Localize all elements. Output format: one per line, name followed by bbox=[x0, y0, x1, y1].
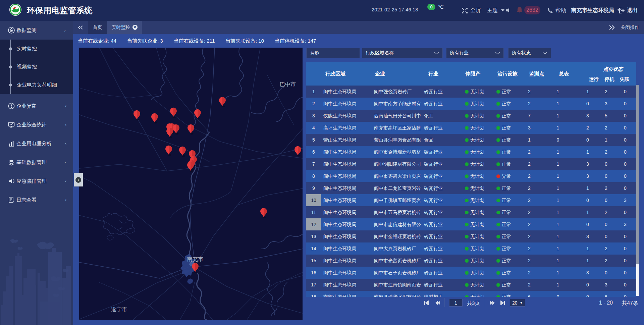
sidebar-group-5[interactable]: 应急减排管理‹ bbox=[0, 172, 73, 191]
status-dot-icon bbox=[465, 126, 469, 130]
theme-menu[interactable]: 主题 bbox=[487, 0, 504, 21]
tab-home[interactable]: 首页 bbox=[88, 21, 107, 34]
table-row-8[interactable]: 8阆中生态环境局阆中市枣碧大梁山页岩砖瓦行业无计划异常21300 bbox=[306, 170, 636, 182]
cell-running: 1 bbox=[577, 86, 598, 98]
map-city-label: 南充市 bbox=[187, 256, 203, 262]
sidebar-group-6[interactable]: 日志查看‹ bbox=[0, 191, 73, 209]
col-header-company[interactable]: 企业 bbox=[355, 62, 405, 86]
first-page-button[interactable] bbox=[424, 301, 429, 305]
cell-company: 阆中千佛镇五郎垭页岩 bbox=[372, 194, 423, 206]
table-row-3[interactable]: 3仪陇生态环境局西南油气田分公司川中化工无计划正常71350 bbox=[306, 110, 636, 122]
col-header-meters[interactable]: 总表 bbox=[551, 62, 576, 86]
help-button[interactable]: 帮助 bbox=[547, 0, 566, 21]
table-row-1[interactable]: 1阆中生态环境局阆中强锐页岩砖厂砖瓦行业无计划正常21120 bbox=[306, 86, 636, 98]
sidebar-item-企业电力负荷明细[interactable]: 企业电力负荷明细 bbox=[0, 76, 73, 94]
cell-row-number: 15 bbox=[306, 255, 321, 267]
sidebar-group-4[interactable]: 基础数据管理‹ bbox=[0, 153, 73, 172]
cell-industry: 砖瓦行业 bbox=[423, 242, 461, 255]
cell-facility-status: 正常 bbox=[492, 255, 520, 267]
table-row-13[interactable]: 13阆中生态环境局阆中市金福旺页岩机砖砖瓦行业无计划正常21300 bbox=[306, 230, 636, 242]
cell-company: 南充市高坪区王家店建 bbox=[372, 122, 423, 134]
table-row-10[interactable]: 10阆中生态环境局阆中千佛镇五郎垭页岩砖瓦行业无计划正常21003 bbox=[306, 194, 636, 206]
status-select[interactable]: 所有状态 bbox=[508, 48, 551, 58]
header-datetime: 2021-02-25 17:46:18 bbox=[372, 7, 418, 12]
cell-company: 阆中明阳建材有限公司 bbox=[372, 158, 423, 170]
fullscreen-icon bbox=[462, 7, 468, 14]
cell-region: 阆中生态环境局 bbox=[321, 146, 372, 158]
table-row-15[interactable]: 15阆中生态环境局阆中市光富页岩机砖厂砖瓦行业无计划正常21120 bbox=[306, 255, 636, 267]
stat-3: 当前失联设备: 10 bbox=[225, 34, 264, 48]
map-canvas[interactable]: 巴中市南充市遂宁市 bbox=[79, 48, 303, 320]
gauge-icon bbox=[8, 27, 15, 34]
table-row-16[interactable]: 16阆中生态环境局阆中市石子页岩机砖厂砖瓦行业无计划正常21300 bbox=[306, 267, 636, 279]
mute-speaker-icon[interactable] bbox=[506, 8, 512, 13]
status-dot-icon bbox=[496, 138, 500, 142]
cell-lost: 0 bbox=[614, 146, 636, 158]
cell-company: 阆中市忠信建材有限公 bbox=[372, 218, 423, 230]
prev-page-button[interactable] bbox=[435, 301, 440, 305]
org-menu[interactable]: 南充市生态环境局 bbox=[571, 0, 621, 21]
page-number-input[interactable] bbox=[449, 299, 463, 307]
cell-meters: 1 bbox=[539, 146, 577, 158]
table-row-18[interactable]: 18南部生态环境局南部县瑞华水泥有限公建材加工无计划正常60060 bbox=[306, 291, 636, 297]
table-header: 行政区域企业行业停限产治污设施监测点总表点位状态运行停机失联 bbox=[306, 62, 636, 86]
stat-4: 当前停机设备: 147 bbox=[275, 34, 316, 48]
sidebar-group-label: 企业异常 bbox=[16, 103, 37, 109]
table-row-7[interactable]: 7阆中生态环境局阆中明阳建材有限公司砖瓦行业无计划正常21300 bbox=[306, 158, 636, 170]
cell-running: 1 bbox=[577, 255, 598, 267]
map-collapse-handle[interactable]: ‹ bbox=[74, 173, 83, 186]
cell-row-number: 5 bbox=[306, 134, 321, 146]
last-page-button[interactable] bbox=[500, 301, 505, 305]
col-header-industry[interactable]: 行业 bbox=[414, 62, 453, 86]
table-row-12[interactable]: 12阆中生态环境局阆中市忠信建材有限公砖瓦行业无计划正常21003 bbox=[306, 218, 636, 230]
table-row-11[interactable]: 11阆中生态环境局阆中市五马桥页岩机砖砖瓦行业无计划正常21120 bbox=[306, 206, 636, 218]
cell-lost: 0 bbox=[614, 110, 636, 122]
cell-halted: 2 bbox=[598, 182, 614, 194]
table-scrollbar[interactable] bbox=[636, 85, 639, 296]
col-header-lost[interactable]: 失联 bbox=[615, 75, 634, 84]
cell-stop-status: 无计划 bbox=[461, 122, 492, 134]
table-row-14[interactable]: 14阆中生态环境局阆中大兴页岩机砖厂砖瓦行业无计划正常21120 bbox=[306, 242, 636, 255]
cell-meters: 1 bbox=[539, 206, 577, 218]
region-select-value: 行政区域名称 bbox=[366, 50, 394, 56]
cell-industry: 砖瓦行业 bbox=[423, 122, 461, 134]
double-chevron-right-icon[interactable] bbox=[609, 25, 614, 30]
table-row-17[interactable]: 17阆中生态环境局阆中市江南镇阆南页岩砖瓦行业无计划正常21030 bbox=[306, 279, 636, 291]
next-page-button[interactable] bbox=[490, 301, 495, 305]
sidebar-group-2[interactable]: 企业综合统计‹ bbox=[0, 115, 73, 134]
page-size-select[interactable]: 20▼ bbox=[510, 299, 525, 307]
col-header-region[interactable]: 行政区域 bbox=[310, 62, 361, 86]
table-row-5[interactable]: 5营山生态环境局营山县润丰肉食品有限食品无计划正常10010 bbox=[306, 134, 636, 146]
table-row-6[interactable]: 6阆中生态环境局阆中市金博瑞新型墙材砖瓦行业无计划正常21120 bbox=[306, 146, 636, 158]
map-panel[interactable]: 巴中市南充市遂宁市 bbox=[79, 48, 303, 320]
table-row-2[interactable]: 2阆中生态环境局阆中市南方节能建材有砖瓦行业无计划正常21030 bbox=[306, 98, 636, 110]
sidebar-item-视频监控[interactable]: 视频监控 bbox=[0, 58, 73, 76]
map-city-label: 遂宁市 bbox=[111, 307, 127, 312]
sidebar-group-0[interactable]: 数据监测⌄ bbox=[0, 21, 73, 40]
industry-select[interactable]: 所有行业 bbox=[446, 48, 504, 58]
tabs-scroll-left-button[interactable] bbox=[73, 21, 88, 34]
table-row-9[interactable]: 9阆中生态环境局阆中市二龙长宝页岩砖砖瓦行业无计划正常21120 bbox=[306, 182, 636, 194]
temperature-unit: ℃ bbox=[438, 4, 444, 10]
cell-stop-status: 无计划 bbox=[461, 267, 492, 279]
table-row-4[interactable]: 4高坪生态环境局南充市高坪区王家店建砖瓦行业无计划正常31220 bbox=[306, 122, 636, 134]
status-dot-icon bbox=[496, 90, 500, 94]
tab-close-icon[interactable]: ✕ bbox=[132, 25, 138, 30]
col-header-facility[interactable]: 治污设施 bbox=[492, 62, 523, 86]
scrollbar-thumb[interactable] bbox=[636, 264, 639, 296]
cell-industry: 砖瓦行业 bbox=[423, 279, 461, 291]
region-select[interactable]: 行政区域名称 bbox=[362, 48, 443, 58]
sidebar-group-3[interactable]: 企业用电量分析‹ bbox=[0, 134, 73, 153]
notification-count-badge[interactable]: 2632 bbox=[524, 6, 540, 14]
col-header-points[interactable]: 监测点 bbox=[524, 62, 549, 86]
cell-region: 阆中生态环境局 bbox=[321, 98, 372, 110]
logout-button[interactable]: 退出 bbox=[619, 0, 638, 21]
cell-running: 1 bbox=[577, 146, 598, 158]
notification-bell-icon[interactable] bbox=[517, 7, 523, 13]
col-header-stop[interactable]: 停限产 bbox=[457, 62, 489, 86]
sidebar-group-1[interactable]: 企业异常‹ bbox=[0, 97, 73, 115]
fullscreen-button[interactable]: 全屏 bbox=[462, 0, 481, 21]
tab-realtime-monitor[interactable]: 实时监控 ✕ bbox=[107, 21, 142, 34]
close-operations-button[interactable]: 关闭操作 bbox=[621, 24, 639, 31]
name-search-input[interactable] bbox=[306, 48, 360, 58]
